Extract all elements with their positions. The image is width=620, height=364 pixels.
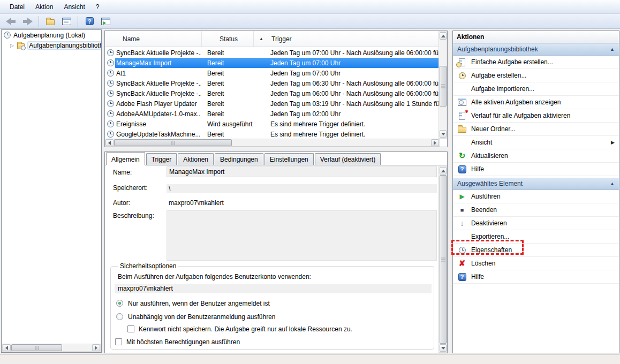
task-icon [107,100,114,107]
action-enable-history[interactable]: Verlauf für alle Aufgaben aktivieren [453,109,619,123]
action-end[interactable]: Beenden [453,203,619,217]
column-header-name[interactable]: Name [105,31,202,47]
table-row-selected[interactable]: ManageMax ImportBereitJeden Tag um 07:00… [105,58,438,68]
menu-aktion[interactable]: Aktion [30,1,58,13]
checkbox-no-password-label: Kennwort nicht speichern. Die Aufgabe gr… [139,325,352,333]
help-button[interactable] [82,15,96,28]
menu-ansicht[interactable]: Ansicht [58,1,90,13]
expander-icon[interactable]: ▷ [10,43,14,48]
author-label: Autor: [113,199,130,207]
help-icon [458,273,466,281]
basic-task-icon [459,58,465,66]
action-properties[interactable]: Eigenschaften [453,244,619,257]
section-header-selected-item[interactable]: Ausgewähltes Element ▲ [453,178,619,190]
details-tabstrip: Allgemein Trigger Aktionen Bedingungen E… [105,152,447,165]
scroll-thumb[interactable] [114,139,232,146]
tree-item-root[interactable]: Aufgabenplanung (Lokal) [2,30,101,40]
tab-bedingungen[interactable]: Bedingungen [215,153,263,165]
description-label: Beschreibung: [113,212,154,219]
export-folder-icon [46,19,55,25]
table-row[interactable]: At1BereitJeden Tag um 07:00 Uhr [105,68,438,78]
action-refresh[interactable]: Aktualisieren [453,149,619,163]
scroll-left-arrow[interactable] [3,344,11,351]
scroll-thumb[interactable] [440,66,447,107]
task-icon [107,80,114,87]
actions-panel-title: Aktionen [453,31,619,43]
tab-aktionen[interactable]: Aktionen [178,153,214,165]
column-header-trigger[interactable]: ▲Trigger [254,31,438,47]
table-row[interactable]: SyncBack Aktuelle Projekte -...BereitJed… [105,48,438,58]
radio-logged-on-label: Nur ausführen, wenn der Benutzer angemel… [128,300,270,307]
name-label: Name: [113,169,132,176]
toolbar [0,14,620,29]
action-run[interactable]: Ausführen [453,190,619,203]
collapse-icon[interactable]: ▲ [610,47,615,52]
task-icon [107,49,114,56]
console-tree-panel: Aufgabenplanung (Lokal) ▷ Aufgabenplanun… [1,29,102,353]
tab-trigger[interactable]: Trigger [146,153,177,165]
location-label: Speicherort: [113,184,148,192]
security-options-group: Sicherheitsoptionen Beim Ausführen der A… [110,266,434,350]
scroll-up-arrow[interactable] [440,32,447,40]
scroll-right-arrow[interactable] [92,344,100,351]
scroll-up-arrow[interactable] [440,167,447,175]
action-help[interactable]: Hilfe [453,163,619,176]
tab-verlauf[interactable]: Verlauf (deaktiviert) [315,153,381,165]
create-task-icon [459,72,466,79]
action-view[interactable]: Ansicht ▶ [453,136,619,149]
table-row[interactable]: GoogleUpdateTaskMachine...BereitEs sind … [105,129,438,139]
section-header-library[interactable]: Aufgabenplanungsbibliothek ▲ [453,43,619,56]
actions-panel: Aktionen Aufgabenplanungsbibliothek ▲ Ei… [452,31,619,353]
checkbox-no-password[interactable] [127,325,134,332]
collapse-icon[interactable]: ▲ [610,181,615,186]
action-import-task[interactable]: Aufgabe importieren... [453,82,619,96]
column-header-status[interactable]: Status [202,31,254,47]
run-icon [457,192,467,201]
tree-item-library[interactable]: ▷ Aufgabenplanungsbibliothek [2,40,101,50]
action-export[interactable]: Exportieren... [453,230,619,244]
list-horizontal-scrollbar[interactable] [105,139,440,147]
table-row[interactable]: SyncBack Aktuelle Projekte -...BereitJed… [105,88,438,98]
list-vertical-scrollbar[interactable] [438,31,447,139]
checkbox-highest-privileges[interactable] [115,338,122,345]
sort-ascending-icon: ▲ [259,36,263,41]
menu-datei[interactable]: Datei [4,1,30,13]
action-delete[interactable]: Löschen [453,257,619,270]
action-show-running-tasks[interactable]: Alle aktiven Aufgaben anzeigen [453,96,619,109]
table-row[interactable]: SyncBack Aktuelle Projekte -...BereitJed… [105,78,438,88]
tab-allgemein[interactable]: Allgemein [106,152,145,165]
table-row[interactable]: AdobeAAMUpdater-1.0-max...BereitJeden Ta… [105,109,438,119]
details-vertical-scrollbar[interactable] [438,166,447,353]
library-folder-icon [17,43,25,49]
action-create-basic-task[interactable]: Einfache Aufgabe erstellen... [453,56,619,69]
radio-run-independent[interactable] [116,313,123,320]
help-icon [458,165,466,173]
tab-einstellungen[interactable]: Einstellungen [264,153,314,165]
scroll-thumb[interactable] [11,344,62,351]
export-list-button[interactable] [43,15,57,28]
back-button[interactable] [4,15,18,28]
menu-help[interactable]: ? [90,1,105,13]
action-create-task[interactable]: Aufgabe erstellen... [453,69,619,82]
scroll-down-arrow[interactable] [440,130,447,138]
scroll-down-arrow[interactable] [440,344,447,352]
scroll-left-arrow[interactable] [105,139,114,146]
table-row[interactable]: EreignisseWird ausgeführtEs sind mehrere… [105,119,438,129]
scroll-thumb[interactable] [440,175,447,344]
task-icon [107,59,114,66]
task-list-panel: Name Status ▲Trigger SyncBack Aktuelle P… [104,31,448,147]
show-action-pane-button[interactable] [99,15,112,28]
name-field[interactable]: ManageMax Import [167,166,437,177]
table-row[interactable]: Adobe Flash Player UpdaterBereitJeden Ta… [105,98,438,109]
task-icon [107,131,114,138]
radio-run-when-logged-on[interactable] [116,300,123,307]
scroll-right-arrow[interactable] [431,139,439,146]
properties-icon [459,247,466,254]
action-help-selected[interactable]: Hilfe [453,270,619,284]
description-field[interactable] [167,210,437,261]
console-button[interactable] [59,15,73,28]
action-disable[interactable]: Deaktivieren [453,217,619,230]
tree-horizontal-scrollbar[interactable] [2,344,101,352]
action-new-folder[interactable]: Neuer Ordner... [453,123,619,136]
forward-button[interactable] [20,15,34,28]
